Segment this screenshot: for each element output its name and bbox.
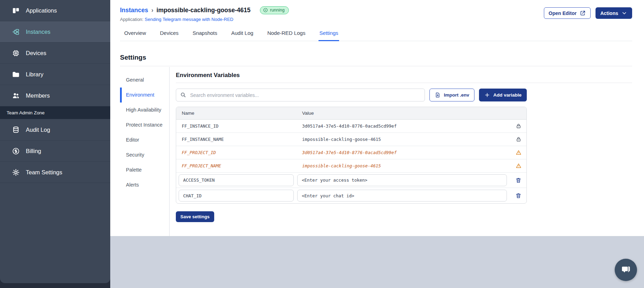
breadcrumb-instances-link[interactable]: Instances — [120, 7, 148, 14]
sidebar-item-label: Billing — [26, 148, 41, 154]
application-label: Application: — [120, 17, 143, 22]
document-download-icon — [435, 92, 441, 98]
env-section-title: Environment Variables — [176, 72, 632, 79]
sidebar-main-nav: ApplicationsInstancesDevicesLibraryMembe… — [0, 0, 110, 106]
open-editor-label: Open Editor — [549, 10, 577, 16]
application-line: Application: Sending Telegram message wi… — [120, 17, 289, 22]
import-env-button[interactable]: Import .env — [429, 89, 474, 101]
save-settings-button[interactable]: Save settings — [176, 211, 214, 222]
env-var-value: impossible-cackling-goose-4615 — [297, 137, 510, 142]
chat-widget-button[interactable] — [615, 259, 637, 281]
sidebar-admin-nav: Audit LogBillingTeam Settings — [0, 119, 110, 183]
external-link-icon — [580, 10, 586, 16]
main-area: Instances › impossible-cackling-goose-46… — [110, 0, 644, 288]
table-body: FF_INSTANCE_ID3d0517a4-37e5-4d10-8776-0a… — [176, 120, 526, 203]
page-title: Settings — [120, 54, 632, 61]
sidebar-item-audit-log[interactable]: Audit Log — [0, 119, 110, 141]
settings-nav-palette[interactable]: Palette — [120, 162, 169, 177]
add-variable-label: Add variable — [493, 92, 522, 98]
tab-settings[interactable]: Settings — [319, 28, 339, 41]
sidebar-item-label: Instances — [26, 29, 51, 35]
application-link[interactable]: Sending Telegram message with Node-RED — [145, 17, 233, 22]
tab-overview[interactable]: Overview — [123, 28, 147, 41]
instance-header-left: Instances › impossible-cackling-goose-46… — [120, 6, 289, 22]
env-section-divider — [176, 83, 632, 83]
env-var-name: FF_INSTANCE_ID — [176, 123, 297, 129]
warning-icon — [510, 163, 526, 169]
sidebar-item-label: Team Settings — [26, 169, 62, 176]
settings-nav-alerts[interactable]: Alerts — [120, 177, 169, 192]
play-circle-icon — [263, 8, 268, 13]
settings-nav-environment[interactable]: Environment — [120, 88, 169, 103]
status-badge: running — [260, 6, 289, 14]
instance-tabs: OverviewDevicesSnapshotsAudit LogNode-RE… — [120, 28, 632, 41]
env-controls: Import .env Add variable — [176, 89, 527, 101]
sidebar-item-label: Devices — [26, 50, 46, 56]
sidebar-item-team-settings[interactable]: Team Settings — [0, 162, 110, 183]
search-wrapper — [176, 89, 425, 101]
search-input[interactable] — [176, 89, 425, 101]
settings-nav-security[interactable]: Security — [120, 147, 169, 162]
breadcrumb: Instances › impossible-cackling-goose-46… — [120, 6, 289, 14]
env-content: Import .env Add variable Name Value — [176, 89, 527, 222]
title-divider — [120, 66, 632, 66]
env-var-row-editable — [176, 188, 526, 203]
settings-nav-general[interactable]: General — [120, 73, 169, 88]
settings-body: Environment Variables Import .env — [169, 67, 632, 248]
env-var-value: 3d0517a4-37e5-4d10-8776-0acad5cd99ef — [297, 150, 510, 155]
instances-icon — [12, 28, 20, 36]
actions-label: Actions — [600, 10, 618, 16]
tab-audit-log[interactable]: Audit Log — [231, 28, 254, 41]
app-root: ApplicationsInstancesDevicesLibraryMembe… — [0, 0, 644, 288]
chip-icon — [12, 49, 20, 57]
database-icon — [12, 126, 20, 134]
sidebar-item-applications[interactable]: Applications — [0, 0, 110, 21]
settings-nav-high-availability[interactable]: High Availability — [120, 103, 169, 118]
import-env-label: Import .env — [444, 92, 469, 98]
tab-devices[interactable]: Devices — [159, 28, 179, 41]
env-var-value-input[interactable] — [297, 190, 507, 202]
lock-icon — [510, 123, 526, 129]
sidebar-item-instances[interactable]: Instances — [0, 21, 110, 43]
gear-icon — [12, 168, 20, 176]
sidebar-item-label: Members — [26, 92, 50, 99]
env-var-row-deprecated: FF_PROJECT_ID3d0517a4-37e5-4d10-8776-0ac… — [176, 146, 526, 159]
delete-variable-button[interactable] — [510, 192, 526, 199]
applications-icon — [12, 7, 20, 15]
settings-nav-protect-instance[interactable]: Protect Instance — [120, 118, 169, 132]
env-var-row-locked: FF_INSTANCE_NAMEimpossible-cackling-goos… — [176, 133, 526, 146]
tab-snapshots[interactable]: Snapshots — [192, 28, 218, 41]
sidebar-item-devices[interactable]: Devices — [0, 43, 110, 64]
sidebar-item-library[interactable]: Library — [0, 64, 110, 85]
column-header-value: Value — [297, 107, 510, 119]
env-var-name-input[interactable] — [179, 190, 294, 202]
sidebar-section-label: Team Admin Zone — [0, 106, 110, 119]
sidebar-item-label: Audit Log — [26, 127, 50, 133]
breadcrumb-separator: › — [151, 7, 153, 14]
env-var-name: FF_INSTANCE_NAME — [176, 137, 297, 142]
actions-button[interactable]: Actions — [596, 7, 632, 19]
delete-variable-button[interactable] — [510, 177, 526, 183]
status-badge-label: running — [270, 8, 285, 13]
sidebar-item-billing[interactable]: Billing — [0, 141, 110, 162]
sidebar-item-members[interactable]: Members — [0, 85, 110, 106]
env-var-value-input[interactable] — [297, 174, 507, 186]
dollar-icon — [12, 147, 20, 155]
column-header-name: Name — [176, 107, 297, 119]
lock-icon — [510, 136, 526, 142]
settings-layout: GeneralEnvironmentHigh AvailabilityProte… — [120, 67, 632, 248]
chat-bubbles-icon — [620, 264, 632, 276]
sidebar-item-label: Applications — [26, 7, 57, 14]
tab-node-red-logs[interactable]: Node-RED Logs — [267, 28, 306, 41]
users-icon — [12, 92, 20, 100]
instance-header-actions: Open Editor Actions — [544, 6, 632, 19]
page-footer-area — [110, 236, 644, 288]
settings-nav-editor[interactable]: Editor — [120, 132, 169, 147]
add-variable-button[interactable]: Add variable — [479, 89, 527, 101]
env-variables-table: Name Value FF_INSTANCE_ID3d0517a4-37e5-4… — [176, 107, 527, 204]
open-editor-button[interactable]: Open Editor — [544, 7, 591, 19]
env-var-name-input[interactable] — [179, 174, 294, 186]
search-icon — [180, 92, 186, 98]
instance-name: impossible-cackling-goose-4615 — [157, 7, 250, 14]
instance-header: Instances › impossible-cackling-goose-46… — [120, 6, 632, 22]
